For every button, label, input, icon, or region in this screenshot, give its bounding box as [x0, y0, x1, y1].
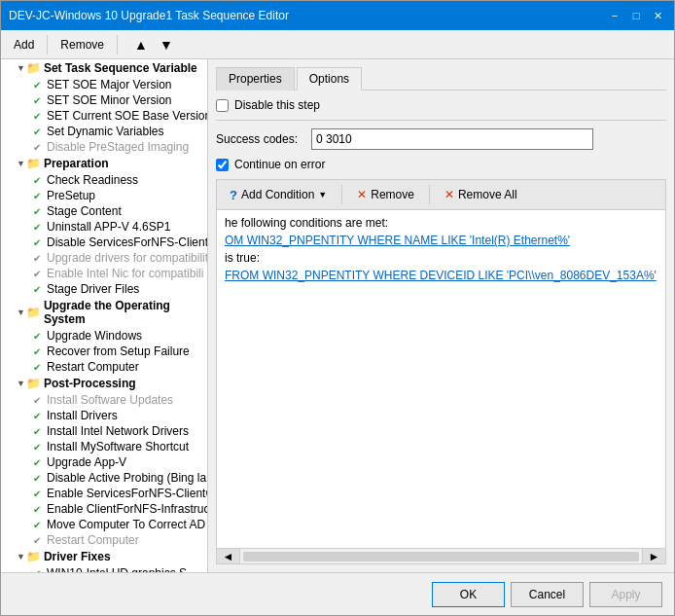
check-icon: ✔: [30, 251, 44, 265]
list-item[interactable]: ✔ Restart Computer: [1, 532, 207, 548]
x-all-icon: ✕: [444, 188, 454, 201]
check-icon: ✔: [30, 220, 44, 234]
main-toolbar: Add Remove ▲ ▼: [1, 30, 674, 59]
list-item[interactable]: ✔ PreSetup: [1, 188, 207, 203]
cancel-button[interactable]: Cancel: [511, 582, 584, 607]
add-button[interactable]: Add: [5, 33, 43, 56]
list-item[interactable]: ✔ Uninstall APP-V 4.6SP1: [1, 219, 207, 235]
list-item[interactable]: ✔ Install Software Updates: [1, 392, 207, 408]
list-item[interactable]: ✔ Restart Computer: [1, 359, 207, 375]
list-item[interactable]: ✔ Disable ServicesForNFS-Client: [1, 235, 207, 250]
list-item[interactable]: ✔ Check Readiness: [1, 172, 207, 188]
condition-text1: he following conditions are met:: [225, 216, 657, 230]
check-icon: ✔: [30, 455, 44, 469]
list-item[interactable]: ✔ Upgrade App-V: [1, 454, 207, 470]
list-item[interactable]: ✔ Stage Content: [1, 203, 207, 219]
remove-button[interactable]: Remove: [52, 33, 113, 56]
nav-down-button[interactable]: ▼: [155, 33, 178, 56]
check-icon: ✔: [30, 173, 44, 187]
tree-group-label: Driver Fixes: [44, 550, 111, 563]
check-icon: ✔: [30, 518, 44, 531]
tree-group-label: Upgrade the Operating System: [44, 299, 205, 326]
list-item[interactable]: ✔ Install Intel Network Drivers: [1, 423, 207, 439]
list-item[interactable]: ✔ Recover from Setup Failure: [1, 344, 207, 359]
bottom-bar: OK Cancel Apply: [1, 572, 674, 615]
list-item[interactable]: ✔ SET SOE Major Version: [1, 77, 207, 92]
list-item[interactable]: ✔ Enable Intel Nic for compatibili: [1, 266, 207, 281]
tab-options[interactable]: Options: [297, 67, 362, 91]
minimize-button[interactable]: −: [606, 7, 623, 24]
disable-step-label[interactable]: Disable this step: [216, 98, 320, 112]
horizontal-scrollbar[interactable]: ◄ ►: [216, 549, 666, 564]
tree-group-driver[interactable]: ▼ 📁 Driver Fixes: [1, 548, 207, 565]
scroll-thumb: [243, 552, 639, 562]
list-item[interactable]: ✔ Install MySoftware Shortcut: [1, 439, 207, 454]
chevron-icon: ▼: [17, 63, 25, 73]
success-codes-input[interactable]: [311, 128, 593, 150]
check-icon: ✔: [30, 189, 44, 202]
list-item[interactable]: ✔ Stage Driver Files: [1, 281, 207, 297]
condition-link1[interactable]: OM WIN32_PNPENTITY WHERE NAME LIKE 'Inte…: [225, 234, 657, 247]
check-icon: ✔: [30, 125, 44, 138]
tree-group-post[interactable]: ▼ 📁 Post-Processing: [1, 375, 207, 392]
dropdown-arrow-icon: ▼: [318, 190, 327, 199]
condition-link2[interactable]: FROM WIN32_PNPENTITY WHERE DEVICEID LIKE…: [225, 269, 657, 282]
disable-step-text: Disable this step: [234, 98, 320, 112]
list-item[interactable]: ✔ SET SOE Minor Version: [1, 92, 207, 108]
check-icon: ✔: [30, 409, 44, 422]
continue-on-error-checkbox[interactable]: [216, 159, 229, 171]
disable-step-checkbox[interactable]: [216, 99, 229, 112]
list-item[interactable]: ✔ Disable Active Probing (Bing la: [1, 470, 207, 486]
check-icon: ✔: [30, 424, 44, 438]
success-codes-row: Success codes:: [216, 128, 666, 150]
tree-group-upgrade[interactable]: ▼ 📁 Upgrade the Operating System: [1, 297, 207, 328]
disable-step-section: Disable this step: [216, 98, 666, 112]
tab-bar: Properties Options: [216, 67, 666, 91]
chevron-icon: ▼: [17, 159, 25, 168]
nav-up-button[interactable]: ▲: [129, 33, 153, 56]
add-condition-label: Add Condition: [241, 188, 314, 201]
check-icon: ✔: [30, 109, 44, 123]
check-icon: ✔: [30, 360, 44, 374]
close-button[interactable]: ✕: [649, 7, 666, 24]
tree-group-root[interactable]: ▼ 📁 Set Task Sequence Variable: [1, 59, 207, 77]
ok-button[interactable]: OK: [432, 582, 505, 607]
list-item[interactable]: ✔ Disable PreStaged Imaging: [1, 139, 207, 155]
tree-group-preparation[interactable]: ▼ 📁 Preparation: [1, 155, 207, 172]
check-icon: ✔: [30, 344, 44, 358]
success-codes-label: Success codes:: [216, 132, 303, 146]
scroll-right-button[interactable]: ►: [642, 549, 665, 564]
check-icon: ✔: [30, 93, 44, 107]
check-icon: ✔: [30, 471, 44, 485]
list-item[interactable]: ✔ Enable ServicesForNFS-ClientC: [1, 486, 207, 501]
left-panel: ▼ 📁 Set Task Sequence Variable ✔ SET SOE…: [1, 59, 208, 572]
remove-condition-button[interactable]: ✕ Remove: [348, 183, 423, 206]
check-icon: ✔: [30, 393, 44, 407]
list-item[interactable]: ✔ SET Current SOE Base Version: [1, 108, 207, 124]
continue-on-error-text: Continue on error: [234, 158, 325, 171]
scroll-left-button[interactable]: ◄: [217, 549, 240, 564]
list-item[interactable]: ✔ WIN10-Intel HD graphics S: [1, 565, 207, 572]
apply-button[interactable]: Apply: [589, 582, 662, 607]
tab-properties[interactable]: Properties: [216, 67, 295, 91]
list-item[interactable]: ✔ Install Drivers: [1, 408, 207, 423]
question-icon: ?: [230, 188, 237, 202]
remove-all-condition-button[interactable]: ✕ Remove All: [436, 183, 526, 206]
folder-icon: 📁: [27, 550, 41, 563]
chevron-icon: ▼: [17, 308, 25, 317]
x-icon: ✕: [357, 188, 367, 201]
list-item[interactable]: ✔ Upgrade drivers for compatibilit: [1, 250, 207, 266]
tree-root-label: Set Task Sequence Variable: [44, 61, 197, 75]
add-condition-button[interactable]: ? Add Condition ▼: [221, 183, 336, 206]
chevron-icon: ▼: [17, 552, 25, 562]
list-item[interactable]: ✔ Set Dynamic Variables: [1, 124, 207, 139]
check-icon: ✔: [30, 487, 44, 500]
maximize-button[interactable]: □: [627, 7, 645, 24]
list-item[interactable]: ✔ Move Computer To Correct AD: [1, 517, 207, 532]
list-item[interactable]: ✔ Enable ClientForNFS-Infrastruct: [1, 501, 207, 517]
continue-on-error-row: Continue on error: [216, 158, 666, 171]
list-item[interactable]: ✔ Upgrade Windows: [1, 328, 207, 344]
check-icon: ✔: [30, 78, 44, 91]
tree-group-label: Post-Processing: [44, 377, 136, 390]
continue-on-error-label[interactable]: Continue on error: [216, 158, 325, 171]
